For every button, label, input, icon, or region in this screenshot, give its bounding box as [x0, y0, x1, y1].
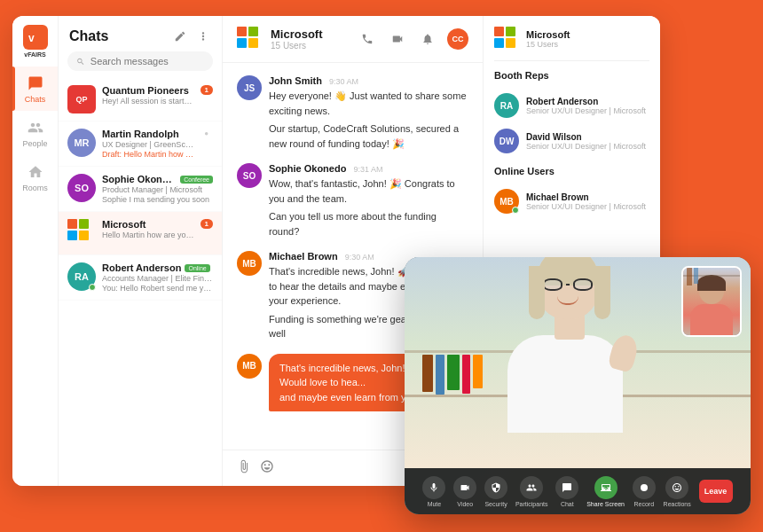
avatar: MB — [237, 251, 262, 276]
user-role: Senior UX/UI Designer | Microsoft — [526, 142, 649, 151]
record-button[interactable]: Record — [633, 476, 656, 507]
people-icon — [26, 118, 45, 137]
list-item[interactable]: RA Robert Anderson Online Accounts Manag… — [59, 255, 222, 301]
svg-point-1 — [641, 484, 648, 491]
online-indicator — [89, 284, 96, 291]
search-input[interactable] — [90, 56, 204, 66]
chats-header-icons — [172, 28, 211, 44]
table-row: SO Sophie Okonedo 9:31 AM Wow, that's fa… — [237, 163, 468, 239]
logo-icon: v — [23, 25, 48, 50]
sidebar-item-people[interactable]: People — [12, 111, 58, 155]
security-icon — [484, 476, 507, 499]
chat-call-label: Chat — [561, 501, 574, 507]
user-role: Senior UX/UI Designer | Microsoft — [526, 202, 649, 211]
message-text: Our startup, CodeCraft Solutions, secure… — [269, 121, 468, 151]
video-call-window: Mute Video Security Participants — [405, 257, 751, 514]
chat-name: Microsoft — [102, 219, 194, 230]
phone-icon[interactable] — [357, 28, 378, 50]
video-label: Video — [457, 501, 473, 507]
search-box[interactable] — [67, 51, 213, 71]
chats-label: Chats — [25, 95, 46, 104]
sidebar-item-rooms[interactable]: Rooms — [12, 155, 58, 200]
more-icon[interactable] — [195, 28, 211, 44]
mute-icon — [422, 476, 445, 499]
chat-role: Product Manager | Microsoft — [102, 185, 213, 194]
chats-panel: Chats QP Quantum Pioneers Hey! All sessi… — [59, 16, 223, 486]
user-avatar: CC — [447, 28, 468, 50]
chat-role: Accounts Manager | Elite Financial Advis… — [102, 274, 213, 283]
participants-label: Participants — [515, 501, 548, 507]
list-item[interactable]: Microsoft Hello Martin how are you... 1 — [59, 212, 222, 255]
chat-role: UX Designer | GreenScape Solutions — [102, 140, 193, 149]
right-panel-header: Microsoft 15 Users — [494, 27, 649, 61]
message-time: 9:30 AM — [329, 77, 358, 86]
chat-preview: Draft: Hello Martin how are you... — [102, 150, 193, 159]
share-screen-icon — [594, 476, 617, 499]
avatar: SO — [237, 163, 262, 188]
bell-icon[interactable] — [417, 28, 438, 50]
security-button[interactable]: Security — [484, 476, 507, 507]
user-name: Michael Brown — [526, 192, 649, 202]
reactions-icon — [665, 476, 688, 499]
chats-icon — [26, 74, 45, 93]
message-text: Wow, that's fantastic, John! 🎉 Congrats … — [269, 176, 468, 206]
channel-avatar-right — [494, 27, 519, 51]
chat-name: Robert Anderson — [102, 262, 181, 273]
chat-preview: Sophie I ma sending you soon — [102, 195, 213, 204]
right-channel-name: Microsoft — [526, 29, 570, 40]
leave-button[interactable]: Leave — [699, 480, 733, 503]
avatar — [67, 219, 96, 247]
status-badge: Online — [185, 264, 209, 272]
list-item[interactable]: SO Sophie Okonedo Conferee Product Manag… — [59, 167, 222, 212]
reactions-button[interactable]: Reactions — [664, 476, 691, 507]
chat-button[interactable]: Chat — [555, 476, 578, 507]
chat-name: Sophie Okonedo — [102, 174, 177, 184]
people-label: People — [22, 139, 47, 148]
message-sender: Sophie Okonedo — [269, 163, 346, 174]
share-screen-label: Share Screen — [586, 501, 625, 507]
emoji-icon[interactable] — [260, 459, 274, 477]
message-sender: John Smith — [269, 75, 322, 86]
status-badge: Conferee — [180, 176, 213, 184]
chats-title: Chats — [69, 28, 108, 44]
avatar: RA — [494, 93, 519, 118]
avatar: QP — [67, 85, 96, 113]
user-name: David Wilson — [526, 132, 649, 142]
attachment-icon[interactable] — [237, 459, 251, 477]
video-icon[interactable] — [387, 28, 408, 50]
unread-badge: 1 — [201, 219, 213, 229]
avatar: SO — [67, 174, 96, 202]
table-row: JS John Smith 9:30 AM Hey everyone! 👋 Ju… — [237, 75, 468, 151]
user-role: Senior UX/UI Designer | Microsoft — [526, 106, 649, 115]
channel-user-count: 15 Users — [271, 41, 348, 51]
list-item[interactable]: QP Quantum Pioneers Hey! All session is … — [59, 78, 222, 121]
mute-button[interactable]: Mute — [422, 476, 445, 507]
sidebar-item-chats[interactable]: Chats — [12, 66, 58, 111]
list-item[interactable]: MR Martin Randolph UX Designer | GreenSc… — [59, 121, 222, 167]
avatar: JS — [237, 75, 262, 100]
video-controls-bar: Mute Video Security Participants — [405, 468, 751, 514]
video-button[interactable]: Video — [453, 476, 476, 507]
app-logo: v vFAIRS — [23, 25, 48, 58]
chat-preview: Hello Martin how are you... — [102, 231, 194, 239]
share-screen-button[interactable]: Share Screen — [586, 476, 625, 507]
avatar: MR — [67, 129, 96, 157]
chat-preview: Hey! All session is started join... — [102, 97, 194, 106]
chat-header-icons: CC — [357, 28, 468, 50]
participants-button[interactable]: Participants — [515, 476, 548, 507]
right-user-count: 15 Users — [526, 40, 570, 49]
logo-text: vFAIRS — [24, 51, 46, 58]
reactions-label: Reactions — [664, 501, 691, 507]
booth-reps-title: Booth Reps — [494, 70, 649, 81]
channel-name: Microsoft — [271, 27, 348, 41]
message-text: Hey everyone! 👋 Just wanted to share som… — [269, 89, 468, 118]
unread-badge: 1 — [201, 85, 213, 95]
chat-list: QP Quantum Pioneers Hey! All session is … — [59, 78, 222, 486]
list-item: MB Michael Brown Senior UX/UI Designer |… — [494, 184, 649, 219]
edit-icon[interactable] — [172, 28, 188, 44]
input-icons — [237, 459, 274, 477]
message-time: 9:31 AM — [353, 165, 382, 174]
chat-name: Quantum Pioneers — [102, 85, 194, 96]
chats-header: Chats — [59, 16, 222, 51]
video-main-feed: Mute Video Security Participants — [405, 257, 751, 514]
